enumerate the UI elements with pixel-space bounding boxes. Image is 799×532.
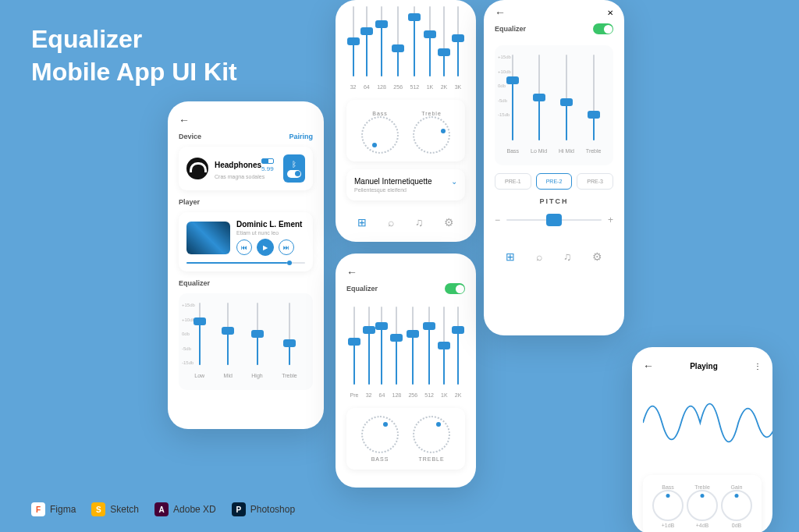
eq-slider-bass[interactable]: Bass <box>506 55 519 156</box>
back-icon[interactable]: ← <box>495 6 506 19</box>
tools-bar: FFigmaSSketchAAdobe XDPPhotoshop <box>31 502 295 516</box>
nav-music-icon[interactable]: ♫ <box>415 216 424 229</box>
treble-dial[interactable] <box>413 116 450 154</box>
play-button[interactable]: ▶ <box>257 239 274 256</box>
preset-pre-2[interactable]: PRE-2 <box>536 173 573 190</box>
bluetooth-icon: ᛒ <box>292 160 297 168</box>
nav-eq-icon[interactable]: ⚙ <box>592 250 602 263</box>
eq-slider-3k[interactable]: 3K <box>455 6 462 92</box>
pairing-label[interactable]: Pairing <box>289 133 313 140</box>
eq-slider-512[interactable]: 512 <box>424 307 434 400</box>
chevron-down-icon: ⌄ <box>451 177 457 186</box>
nav-search-icon[interactable]: ⌕ <box>388 216 394 229</box>
eq-slider-512[interactable]: 512 <box>410 6 420 92</box>
eq-slider-1k[interactable]: 1K <box>441 307 448 400</box>
player-card: Dominic L. Ement Etiam ut nunc leo ⏮ ▶ ⏭ <box>179 212 313 271</box>
gain-dial[interactable] <box>721 490 752 521</box>
track-title: Dominic L. Ement <box>236 220 302 229</box>
freq-sliders: Pre32641282565121K2K <box>346 307 465 400</box>
eq-slider-64[interactable]: 64 <box>364 6 370 92</box>
eq-slider-1k[interactable]: 1K <box>427 6 434 92</box>
mockup-device-player: ← Device Pairing Headphones5.99 Cras mag… <box>168 101 324 429</box>
preset-pre-1[interactable]: PRE-1 <box>495 173 531 190</box>
back-icon[interactable]: ← <box>643 360 654 372</box>
mockup-playing: ←Playing⋮ Bass+1dBTreble+4dBGain0dB <box>632 347 772 532</box>
eq-slider-128[interactable]: 128 <box>377 6 386 92</box>
more-icon[interactable]: ⋮ <box>754 362 762 371</box>
track-artist: Etiam ut nunc leo <box>236 230 305 236</box>
bottom-nav: ⊞ ⌕ ♫ ⚙ <box>495 243 613 263</box>
nav-search-icon[interactable]: ⌕ <box>536 250 542 263</box>
eq-slider-256[interactable]: 256 <box>408 307 417 400</box>
album-art[interactable] <box>186 222 230 254</box>
preset-pre-3[interactable]: PRE-3 <box>577 173 613 190</box>
bottom-nav: ⊞ ⌕ ♫ ⚙ <box>346 208 465 229</box>
nav-music-icon[interactable]: ♫ <box>563 250 572 263</box>
battery-icon <box>261 158 274 164</box>
player-label: Player <box>179 198 313 206</box>
eq-slider-high[interactable]: High <box>251 303 262 381</box>
pitch-minus[interactable]: − <box>495 215 500 225</box>
back-icon[interactable]: ← <box>346 266 357 278</box>
mockup-eq-freq: 32641282565121K2K3K Bass Treble Manuel I… <box>336 0 476 242</box>
eq-label: Equalizer <box>179 279 313 287</box>
eq-toggle[interactable] <box>445 283 465 294</box>
treble-dial[interactable] <box>687 490 718 521</box>
dials-card: Bass Treble <box>346 100 465 161</box>
hero-title: EqualizerMobile App UI Kit <box>31 23 237 88</box>
eq-panel: +15db+10db0db-5db-15db LowMidHighTreble <box>179 293 313 390</box>
bass-dial[interactable] <box>652 490 684 521</box>
tool-sketch: SSketch <box>91 502 139 516</box>
eq-slider-hi mid[interactable]: Hi Mid <box>559 55 574 156</box>
device-label: Device <box>179 133 201 140</box>
eq-panel: +15db+10db0db-5db-15db BassLo MidHi MidT… <box>495 45 613 165</box>
eq-slider-2k[interactable]: 2K <box>455 307 462 400</box>
eq-toggle[interactable] <box>593 23 613 34</box>
eq-slider-2k[interactable]: 2K <box>441 6 448 92</box>
progress-slider[interactable] <box>186 262 305 264</box>
eq-slider-128[interactable]: 128 <box>392 307 402 400</box>
eq-slider-low[interactable]: Low <box>194 303 204 381</box>
dials-card: Bass+1dBTreble+4dBGain0dB <box>643 475 762 532</box>
bt-toggle[interactable] <box>287 170 301 178</box>
eq-slider-256[interactable]: 256 <box>393 6 403 92</box>
tool-figma: FFigma <box>31 502 76 516</box>
close-icon[interactable]: ✕ <box>607 9 613 17</box>
bluetooth-button[interactable]: ᛒ <box>283 154 305 183</box>
preset-tabs: PRE-1PRE-2PRE-3 <box>495 173 613 190</box>
nav-home-icon[interactable]: ⊞ <box>506 250 515 263</box>
eq-slider-treble[interactable]: Treble <box>586 55 602 156</box>
eq-slider-pre[interactable]: Pre <box>350 307 359 400</box>
nav-eq-icon[interactable]: ⚙ <box>444 216 454 229</box>
eq-slider-mid[interactable]: Mid <box>224 303 233 381</box>
back-icon[interactable]: ← <box>179 114 313 126</box>
eq-slider-treble[interactable]: Treble <box>282 303 297 381</box>
eq-slider-64[interactable]: 64 <box>379 307 385 400</box>
pitch-plus[interactable]: + <box>608 215 613 225</box>
bass-dial[interactable] <box>361 416 399 453</box>
bass-dial[interactable] <box>361 116 399 154</box>
prev-button[interactable]: ⏮ <box>236 239 252 255</box>
waveform <box>643 380 772 466</box>
device-desc: Cras magna sodales <box>215 174 283 179</box>
mockup-eq-sliders: ← Equalizer Pre32641282565121K2K BASS TR… <box>336 254 476 488</box>
headphones-icon <box>186 158 208 179</box>
device-card[interactable]: Headphones5.99 Cras magna sodales ᛒ <box>179 147 313 190</box>
dials-card: BASS TREBLE <box>346 408 465 470</box>
freq-sliders: 32641282565121K2K3K <box>346 6 465 92</box>
tool-photoshop: PPhotoshop <box>232 502 295 516</box>
device-name: Headphones <box>215 161 261 169</box>
eq-slider-32[interactable]: 32 <box>350 6 357 92</box>
eq-slider-32[interactable]: 32 <box>366 307 372 400</box>
mockup-eq-presets: ←✕ Equalizer +15db+10db0db-5db-15db Bass… <box>484 0 624 335</box>
profile-dropdown[interactable]: Manuel Internetiquette⌄ Pellentesque ele… <box>346 169 465 200</box>
pitch-slider[interactable] <box>506 219 602 221</box>
playing-title: Playing <box>690 362 718 371</box>
treble-dial[interactable] <box>413 416 450 453</box>
nav-home-icon[interactable]: ⊞ <box>357 216 367 229</box>
y-axis: +15db+10db0db-5db-15db <box>182 303 195 365</box>
eq-slider-lo mid[interactable]: Lo Mid <box>531 55 547 156</box>
next-button[interactable]: ⏭ <box>279 239 294 255</box>
tool-adobe-xd: AAdobe XD <box>154 502 216 516</box>
